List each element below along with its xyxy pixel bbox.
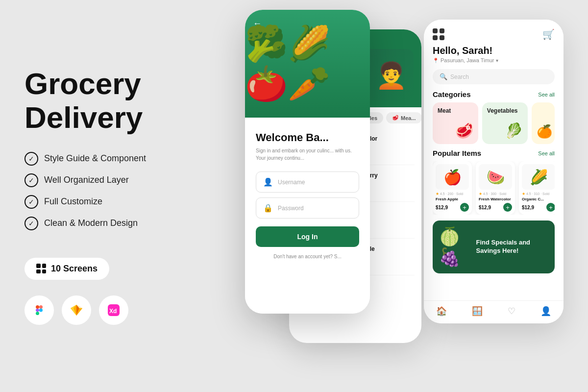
screens-badge: 10 Screens <box>24 258 109 280</box>
login-body: Welcome Ba... Sign in and embark on your… <box>245 118 370 314</box>
password-field[interactable]: 🔒 Password <box>256 197 359 219</box>
search-icon: 🔍 <box>440 73 447 80</box>
nav-home-icon[interactable]: 🏠 <box>436 306 447 317</box>
check-icon-3: ✓ <box>24 195 38 209</box>
phones-area: 🛒 Hello, Sarah! 📍 Pasuruan, Jawa Timur ▾… <box>196 0 588 392</box>
check-icon-1: ✓ <box>24 152 38 166</box>
welcome-subtitle: Sign in and embark on your culinc... wit… <box>256 147 359 162</box>
category-fruits[interactable]: 🍊 <box>532 102 555 144</box>
svg-rect-0 <box>36 305 39 309</box>
tools-row: Xd <box>24 295 172 325</box>
tab-meat[interactable]: 🥩Mea... <box>386 112 421 123</box>
nav-shop-icon[interactable]: 🪟 <box>472 306 483 317</box>
svg-rect-1 <box>39 305 43 309</box>
popular-item-corn[interactable]: 🌽 ★4.5 · 310 · Sold Organic C... $12,9 + <box>519 161 555 215</box>
feature-item-3: ✓ Full Customize <box>24 195 172 209</box>
splash-image-area: 🥦🌽🍅🥕 ← <box>245 10 370 118</box>
greeting-name: Hello, Sarah! <box>433 45 555 56</box>
popular-item-apple[interactable]: 🍎 ★4.5 · 200 · Sold Fresh Apple $12,9 + <box>433 161 472 215</box>
figma-icon <box>24 295 54 325</box>
password-placeholder: Password <box>278 205 304 212</box>
grid-menu-icon[interactable] <box>433 28 444 40</box>
bottom-nav: 🏠 🪟 ♡ 👤 <box>424 300 564 323</box>
meat-label: Meat <box>438 107 451 114</box>
phone-back-header: 🛒 <box>424 20 564 43</box>
back-arrow[interactable]: ← <box>253 19 262 29</box>
phone-front: 🥦🌽🍅🥕 ← Welcome Ba... Sign in and embark … <box>245 10 370 314</box>
categories-section: Categories See all Meat 🥩 Vegetables 🥬 🍊 <box>424 88 564 147</box>
specials-text: Find Specials and Savings Here! <box>476 239 549 255</box>
categories-row: Meat 🥩 Vegetables 🥬 🍊 <box>433 102 555 144</box>
vegetables-emoji: 🥬 <box>505 122 523 139</box>
svg-rect-3 <box>36 312 39 315</box>
svg-rect-2 <box>36 309 39 312</box>
popular-see-all[interactable]: See all <box>538 150 555 156</box>
nav-profile-icon[interactable]: 👤 <box>540 306 551 317</box>
phone-back: 🛒 Hello, Sarah! 📍 Pasuruan, Jawa Timur ▾… <box>424 20 564 323</box>
categories-title: Categories <box>433 90 471 98</box>
features-list: ✓ Style Guide & Component ✓ Well Organiz… <box>24 152 172 238</box>
add-to-cart-corn[interactable]: + <box>546 203 555 212</box>
category-vegetables[interactable]: Vegetables 🥬 <box>482 102 528 144</box>
feature-item-2: ✓ Well Organized Layer <box>24 173 172 187</box>
meat-emoji: 🥩 <box>455 122 473 139</box>
username-placeholder: Username <box>278 179 305 186</box>
left-panel: Grocery Delivery ✓ Style Guide & Compone… <box>0 0 196 392</box>
greeting-section: Hello, Sarah! 📍 Pasuruan, Jawa Timur ▾ <box>424 43 564 65</box>
veggie-bg-image: 🥦🌽🍅🥕 <box>245 24 370 104</box>
svg-point-4 <box>39 308 43 312</box>
feature-item-4: ✓ Clean & Modern Design <box>24 217 172 230</box>
feature-item-1: ✓ Style Guide & Component <box>24 152 172 166</box>
categories-see-all[interactable]: See all <box>538 92 555 98</box>
popular-items-row: 🍎 ★4.5 · 200 · Sold Fresh Apple $12,9 + … <box>433 161 555 215</box>
location-row: 📍 Pasuruan, Jawa Timur ▾ <box>433 57 555 63</box>
search-placeholder-text: Search <box>450 74 469 80</box>
specials-fruits-image: 🍈🍇 <box>439 226 471 268</box>
popular-item-watermelon[interactable]: 🍉 ★4.5 · 300 · Sold Fresh Watercolor $12… <box>476 161 515 215</box>
categories-header: Categories See all <box>433 90 555 98</box>
location-pin-icon: 📍 <box>433 58 439 63</box>
welcome-title: Welcome Ba... <box>256 131 359 144</box>
vegetables-label: Vegetables <box>487 107 518 114</box>
username-field[interactable]: 👤 Username <box>256 172 359 193</box>
cart-button[interactable]: 🛒 <box>542 28 555 40</box>
search-bar[interactable]: 🔍 Search <box>433 69 555 84</box>
category-meat[interactable]: Meat 🥩 <box>433 102 478 144</box>
user-icon: 👤 <box>263 177 273 187</box>
check-icon-2: ✓ <box>24 173 38 187</box>
chevron-down-icon[interactable]: ▾ <box>496 58 498 63</box>
login-button[interactable]: Log In <box>256 226 359 247</box>
popular-header: Popular Items See all <box>433 149 555 157</box>
popular-section: Popular Items See all 🍎 ★4.5 · 200 · Sol… <box>424 147 564 218</box>
nav-wishlist-icon[interactable]: ♡ <box>508 306 515 317</box>
xd-icon: Xd <box>99 295 128 325</box>
add-to-cart-apple[interactable]: + <box>460 203 469 212</box>
svg-text:Xd: Xd <box>109 308 117 315</box>
lock-icon: 🔒 <box>263 203 273 213</box>
signup-text: Don't have an account yet? S... <box>256 254 359 259</box>
specials-banner[interactable]: 🍈🍇 Find Specials and Savings Here! <box>433 220 555 273</box>
grid-icon <box>36 264 46 273</box>
check-icon-4: ✓ <box>24 217 38 230</box>
delivery-person-image: 🧑‍🦱 <box>373 51 410 100</box>
add-to-cart-watermelon[interactable]: + <box>503 203 512 212</box>
sketch-icon <box>62 295 91 325</box>
popular-title: Popular Items <box>433 149 481 157</box>
main-title: Grocery Delivery <box>24 67 172 134</box>
